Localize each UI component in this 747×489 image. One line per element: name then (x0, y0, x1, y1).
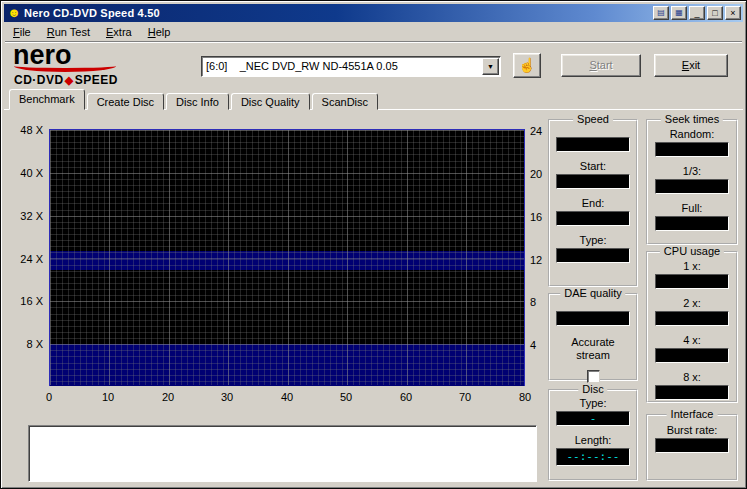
interface-title: Interface (667, 408, 718, 420)
logo-diamond-icon: ◆ (64, 74, 75, 86)
cpu-2x-display (655, 311, 729, 326)
menubar: File Run Test Extra Help (5, 23, 742, 42)
seek-random-label: Random: (648, 128, 736, 140)
tab-disc-quality[interactable]: Disc Quality (231, 93, 310, 110)
speed-end-label: End: (550, 197, 636, 209)
disc-panel-title: Disc (578, 383, 607, 395)
start-button[interactable]: Start (561, 54, 641, 77)
cpu-8x-label: 8 x: (648, 371, 736, 383)
disc-type-display: - (556, 411, 630, 426)
burst-rate-label: Burst rate: (648, 424, 736, 436)
accurate-stream-label: Accurate stream (561, 336, 625, 362)
cpu-usage-panel: CPU usage 1 x: 2 x: 4 x: 8 x: (646, 251, 738, 403)
speed-panel-title: Speed (573, 113, 613, 125)
drive-select[interactable]: [6:0] _NEC DVD_RW ND-4551A 0.05 ▼ (201, 56, 501, 77)
speed-type-display (556, 248, 630, 263)
window-controls: ▤ ▦ _ □ × (653, 6, 741, 20)
close-button[interactable]: × (725, 6, 741, 20)
cpu-4x-display (655, 348, 729, 363)
tab-disc-info[interactable]: Disc Info (166, 93, 229, 110)
nero-logo-product: CD·DVD◆SPEED (14, 73, 118, 87)
drive-select-value: [6:0] _NEC DVD_RW ND-4551A 0.05 (206, 60, 398, 72)
ytick-left-32x: 32 X (9, 210, 43, 224)
ytick-left-40x: 40 X (9, 167, 43, 181)
cpu-1x-display (655, 274, 729, 289)
nero-logo-swoosh (14, 60, 116, 72)
speed-start-display (556, 174, 630, 189)
smiley-app-icon: ☻ (7, 6, 21, 20)
speed-panel: Speed Start: End: Type: (548, 119, 638, 287)
minimize-button[interactable]: _ (689, 6, 705, 20)
menu-file[interactable]: File (5, 24, 39, 40)
chevron-down-icon[interactable]: ▼ (482, 58, 499, 75)
app-window: ☻ Nero CD-DVD Speed 4.50 ▤ ▦ _ □ × File … (0, 0, 747, 489)
disc-length-label: Length: (550, 434, 636, 446)
seek-full-display (655, 216, 729, 231)
seek-third-display (655, 179, 729, 194)
tab-strip: Benchmark Create Disc Disc Info Disc Qua… (9, 89, 380, 110)
menu-run-test[interactable]: Run Test (39, 24, 98, 40)
cpu-2x-label: 2 x: (648, 297, 736, 309)
xtick-10: 10 (93, 391, 123, 405)
burst-rate-display (655, 438, 729, 453)
result-log-list[interactable] (28, 425, 537, 482)
tab-benchmark[interactable]: Benchmark (9, 89, 85, 110)
interface-panel: Interface Burst rate: (646, 414, 738, 481)
ytick-left-48x: 48 X (9, 124, 43, 138)
seek-times-title: Seek times (661, 113, 723, 125)
ytick-left-8x: 8 X (9, 338, 43, 352)
xtick-40: 40 (272, 391, 302, 405)
xtick-70: 70 (450, 391, 480, 405)
hand-icon: ☝ (514, 54, 540, 77)
dae-quality-title: DAE quality (560, 287, 625, 299)
menu-extra[interactable]: Extra (98, 24, 140, 40)
speed-current-display (556, 137, 630, 152)
cpu-1x-label: 1 x: (648, 260, 736, 272)
disc-type-label: Type: (550, 397, 636, 409)
toolbar: nero CD·DVD◆SPEED [6:0] _NEC DVD_RW ND-4… (5, 44, 742, 91)
exit-button[interactable]: Exit (654, 54, 728, 77)
xtick-80: 80 (510, 391, 540, 405)
cpu-4x-label: 4 x: (648, 334, 736, 346)
dae-quality-display (556, 311, 630, 326)
nero-logo: nero CD·DVD◆SPEED (13, 42, 183, 88)
benchmark-chart (49, 129, 525, 386)
seek-random-display (655, 142, 729, 157)
select-test-button[interactable]: ☝ (513, 53, 541, 78)
speed-start-label: Start: (550, 160, 636, 172)
seek-times-panel: Seek times Random: 1/3: Full: (646, 119, 738, 245)
xtick-30: 30 (212, 391, 242, 405)
cpu-usage-title: CPU usage (660, 245, 724, 257)
titlebar[interactable]: ☻ Nero CD-DVD Speed 4.50 ▤ ▦ _ □ × (4, 4, 743, 22)
window-title: Nero CD-DVD Speed 4.50 (24, 7, 160, 19)
xtick-0: 0 (34, 391, 64, 405)
titlebar-tool-button-1[interactable]: ▤ (653, 6, 669, 20)
seek-full-label: Full: (648, 202, 736, 214)
chart-grid (50, 130, 524, 385)
tab-create-disc[interactable]: Create Disc (87, 93, 164, 110)
seek-third-label: 1/3: (648, 165, 736, 177)
ytick-left-16x: 16 X (9, 295, 43, 309)
cpu-8x-display (655, 385, 729, 400)
titlebar-tool-button-2[interactable]: ▦ (671, 6, 687, 20)
ytick-left-24x: 24 X (9, 253, 43, 267)
maximize-button[interactable]: □ (707, 6, 723, 20)
dae-quality-panel: DAE quality Accurate stream (548, 293, 638, 381)
xtick-50: 50 (331, 391, 361, 405)
disc-length-display: --:--:-- (556, 448, 630, 466)
speed-type-label: Type: (550, 234, 636, 246)
disc-panel: Disc Type: - Length: --:--:-- (548, 389, 638, 481)
xtick-20: 20 (153, 391, 183, 405)
tab-scandisc[interactable]: ScanDisc (312, 93, 378, 110)
menu-help[interactable]: Help (140, 24, 179, 40)
xtick-60: 60 (391, 391, 421, 405)
speed-end-display (556, 211, 630, 226)
accurate-stream-checkbox[interactable] (587, 370, 600, 383)
